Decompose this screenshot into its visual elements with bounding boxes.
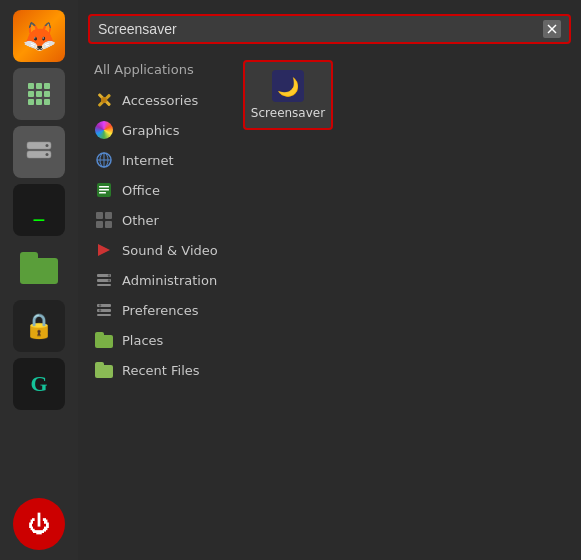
other-label: Other xyxy=(122,213,159,228)
category-graphics[interactable]: Graphics xyxy=(88,115,233,145)
administration-label: Administration xyxy=(122,273,217,288)
graphics-label: Graphics xyxy=(122,123,179,138)
clear-icon xyxy=(546,23,558,35)
main-panel: Screensaver All Applications xyxy=(78,0,581,560)
graphics-icon xyxy=(94,120,114,140)
svg-rect-30 xyxy=(97,314,111,316)
category-administration[interactable]: Administration xyxy=(88,265,233,295)
recent-files-icon xyxy=(94,360,114,380)
sidebar-icon-firefox[interactable]: 🦊 xyxy=(13,10,65,62)
places-icon xyxy=(94,330,114,350)
screensaver-label: Screensaver xyxy=(251,106,325,120)
svg-point-2 xyxy=(46,144,49,147)
svg-rect-18 xyxy=(96,212,103,219)
sidebar-icon-lock[interactable]: 🔒 xyxy=(13,300,65,352)
sound-video-icon xyxy=(94,240,114,260)
sidebar-icon-storage[interactable] xyxy=(13,126,65,178)
power-icon: ⏻ xyxy=(28,512,50,537)
svg-rect-19 xyxy=(105,212,112,219)
svg-rect-17 xyxy=(99,192,106,194)
sound-video-label: Sound & Video xyxy=(122,243,218,258)
other-icon xyxy=(94,210,114,230)
internet-icon xyxy=(94,150,114,170)
category-sound-video[interactable]: Sound & Video xyxy=(88,235,233,265)
sidebar-icon-files[interactable] xyxy=(13,242,65,294)
places-label: Places xyxy=(122,333,163,348)
search-clear-button[interactable] xyxy=(543,20,561,38)
folder-icon xyxy=(20,252,58,284)
internet-label: Internet xyxy=(122,153,174,168)
svg-rect-20 xyxy=(96,221,103,228)
category-preferences[interactable]: Preferences xyxy=(88,295,233,325)
sidebar: 🦊 _ 🔒 G ⏻ xyxy=(0,0,78,560)
recent-files-label: Recent Files xyxy=(122,363,200,378)
svg-point-9 xyxy=(101,97,107,103)
svg-point-31 xyxy=(99,304,101,306)
svg-rect-15 xyxy=(99,186,109,188)
preferences-icon xyxy=(94,300,114,320)
svg-rect-16 xyxy=(99,189,109,191)
svg-point-32 xyxy=(99,309,101,311)
result-screensaver[interactable]: 🌙 Screensaver xyxy=(243,60,333,130)
screensaver-icon: 🌙 xyxy=(272,70,304,102)
svg-rect-21 xyxy=(105,221,112,228)
lock-icon: 🔒 xyxy=(24,312,54,340)
sidebar-icon-apps[interactable] xyxy=(13,68,65,120)
svg-point-3 xyxy=(46,153,49,156)
office-icon xyxy=(94,180,114,200)
categories-title: All Applications xyxy=(88,60,233,85)
category-other[interactable]: Other xyxy=(88,205,233,235)
svg-rect-25 xyxy=(97,284,111,286)
administration-icon xyxy=(94,270,114,290)
terminal-icon: _ xyxy=(34,200,45,221)
svg-marker-22 xyxy=(98,244,110,256)
category-accessories[interactable]: Accessories xyxy=(88,85,233,115)
sidebar-icon-power[interactable]: ⏻ xyxy=(13,498,65,550)
svg-point-27 xyxy=(108,279,110,281)
grid-icon xyxy=(28,83,50,105)
preferences-label: Preferences xyxy=(122,303,198,318)
svg-point-26 xyxy=(108,274,110,276)
sidebar-icon-terminal[interactable]: _ xyxy=(13,184,65,236)
accessories-icon xyxy=(94,90,114,110)
g-icon: G xyxy=(30,371,47,397)
search-input[interactable]: Screensaver xyxy=(98,21,543,37)
accessories-label: Accessories xyxy=(122,93,198,108)
category-places[interactable]: Places xyxy=(88,325,233,355)
category-recent-files[interactable]: Recent Files xyxy=(88,355,233,385)
search-bar: Screensaver xyxy=(88,14,571,44)
sidebar-icon-grammarly[interactable]: G xyxy=(13,358,65,410)
categories-panel: All Applications Accessories Graphics xyxy=(88,60,233,550)
results-panel: 🌙 Screensaver xyxy=(243,60,571,550)
content-area: All Applications Accessories Graphics xyxy=(88,60,571,550)
category-internet[interactable]: Internet xyxy=(88,145,233,175)
office-label: Office xyxy=(122,183,160,198)
category-office[interactable]: Office xyxy=(88,175,233,205)
storage-icon xyxy=(25,138,53,166)
